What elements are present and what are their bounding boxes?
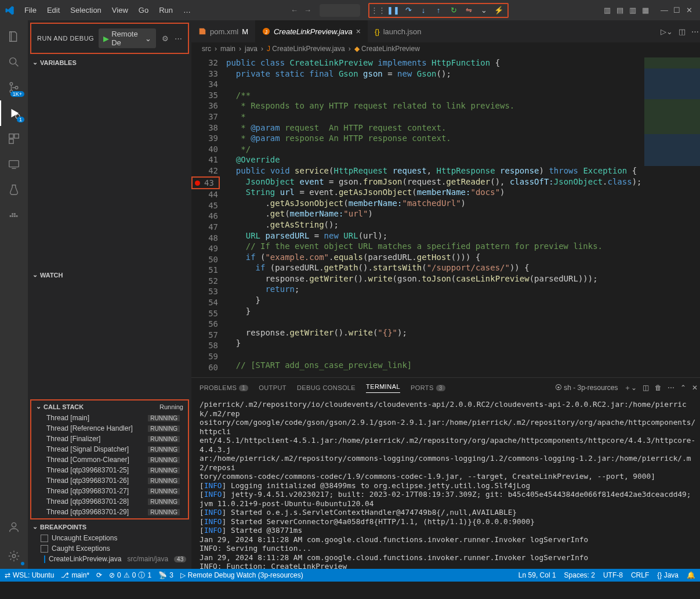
branch-indicator[interactable]: ⎇ main* [61,571,89,579]
pause-icon[interactable]: ❚❚ [388,5,398,16]
menu-file[interactable]: File [20,3,41,17]
menu-run[interactable]: Run [154,3,177,17]
search-icon[interactable] [0,49,28,75]
source-control-icon[interactable]: 1K+ [0,75,28,100]
debug-config-select[interactable]: ▶ Remote De ⌄ [99,28,156,48]
thread-row[interactable]: Thread [Common-Cleaner]RUNNING [34,454,186,465]
thread-row[interactable]: Thread [qtp399683701-29]RUNNING [34,507,186,517]
notifications-icon[interactable]: 🔔 [687,571,695,579]
panel-problems[interactable]: PROBLEMS1 [200,384,248,391]
bp-caught[interactable]: Caught Exceptions [28,543,191,554]
sync-indicator[interactable]: ⟳ [96,571,102,579]
breakpoints-section[interactable]: ⌄BREAKPOINTS [28,521,191,533]
code-editor[interactable]: public class CreateLinkPreview implement… [226,55,642,377]
checkbox[interactable] [41,535,48,542]
extensions-icon[interactable] [0,126,28,151]
more-icon[interactable]: ⋯ [175,34,182,43]
thread-row[interactable]: Thread [qtp399683701-28]RUNNING [34,496,186,507]
breadcrumb-segment[interactable]: src [202,45,211,53]
line-gutter[interactable]: 3233343536373839404142434445464748495051… [191,55,226,377]
thread-row[interactable]: Thread [qtp399683701-27]RUNNING [34,486,186,496]
close-tab-icon[interactable]: × [356,27,361,36]
step-into-icon[interactable]: ↓ [418,5,429,16]
minimize-icon[interactable]: — [661,6,670,15]
drag-handle-icon[interactable]: ⋮⋮ [373,5,383,16]
tab-createlinkpreview[interactable]: J CreateLinkPreview.java × [255,20,368,42]
new-terminal-icon[interactable]: ＋⌄ [624,383,637,393]
cursor-position[interactable]: Ln 59, Col 1 [518,571,556,579]
terminal-select[interactable]: ⦿ sh - 3p-resources [555,384,618,392]
explorer-icon[interactable] [0,24,28,49]
close-icon[interactable]: ✕ [686,6,695,15]
thread-row[interactable]: Thread [Reference Handler]RUNNING [34,423,186,434]
debug-session-status[interactable]: ▷ Remote Debug Watch (3p-resources) [180,571,303,579]
tab-pom[interactable]: pom.xml M [191,20,255,42]
more-editor-icon[interactable]: ⋯ [691,27,699,36]
panel-terminal[interactable]: TERMINAL [366,383,400,393]
testing-icon[interactable] [0,177,28,203]
bp-file-entry[interactable]: CreateLinkPreview.javasrc/main/java43 [28,554,191,564]
minimap[interactable] [642,55,700,377]
menu-selection[interactable]: Selection [66,3,106,17]
split-editor-icon[interactable]: ◫ [679,27,686,36]
split-terminal-icon[interactable]: ◫ [643,384,649,392]
run-editor-icon[interactable]: ▷⌄ [661,27,673,36]
menu-go[interactable]: Go [134,3,153,17]
breadcrumb-segment[interactable]: java [245,45,257,53]
step-over-icon[interactable]: ↷ [403,5,414,16]
menu-…[interactable]: … [179,3,195,17]
docker-icon[interactable] [0,203,28,228]
maximize-icon[interactable]: ☐ [673,6,683,15]
run-debug-icon[interactable]: 1 [0,100,28,126]
breadcrumb-segment[interactable]: ◆ CreateLinkPreview [354,45,420,53]
problems-indicator[interactable]: ⊘0 ⚠0 ⓘ1 [109,571,151,580]
thread-row[interactable]: Thread [qtp399683701-26]RUNNING [34,475,186,486]
chevron-down-icon[interactable]: ⌄ [478,5,489,16]
variables-section[interactable]: ⌄VARIABLES [28,56,191,68]
thread-row[interactable]: Thread [main]RUNNING [34,413,186,423]
checkbox[interactable] [41,545,48,553]
watch-section[interactable]: ⌄WATCH [28,269,191,281]
bp-uncaught[interactable]: Uncaught Exceptions [28,533,191,543]
thread-row[interactable]: Thread [qtp399683701-25]RUNNING [34,465,186,475]
layout-left-icon[interactable]: ▥ [604,6,613,15]
layout-right-icon[interactable]: ▥ [629,6,639,15]
eol[interactable]: CRLF [631,571,649,579]
command-center[interactable] [320,4,360,17]
remote-explorer-icon[interactable] [0,151,28,177]
ports-status[interactable]: 📡 3 [158,571,173,579]
settings-gear-icon[interactable] [0,543,28,569]
callstack-section[interactable]: ⌄ CALL STACK Running [31,400,188,413]
menu-edit[interactable]: Edit [42,3,64,17]
panel-debug-console[interactable]: DEBUG CONSOLE [297,384,356,391]
language-mode[interactable]: {} Java [657,571,679,579]
remote-indicator[interactable]: ⇄ WSL: Ubuntu [5,571,54,579]
accounts-icon[interactable] [0,514,28,540]
panel-output[interactable]: OUTPUT [259,384,286,391]
checkbox[interactable] [44,555,45,563]
gear-icon[interactable]: ⚙ [162,34,169,43]
close-panel-icon[interactable]: ✕ [692,384,698,392]
kill-terminal-icon[interactable]: 🗑 [655,384,662,392]
menu-view[interactable]: View [107,3,133,17]
thread-row[interactable]: Thread [Finalizer]RUNNING [34,434,186,444]
hot-reload-icon[interactable]: ⚡ [494,5,504,16]
thread-row[interactable]: Thread [Signal Dispatcher]RUNNING [34,444,186,454]
step-out-icon[interactable]: ↑ [433,5,444,16]
nav-forward-icon[interactable]: → [304,6,311,15]
tab-launch[interactable]: {} launch.json [368,20,428,42]
terminal-output[interactable]: /pierrick/.m2/repository/io/cloudevents/… [191,398,700,569]
breadcrumb[interactable]: src›main›java›J CreateLinkPreview.java›◆… [191,42,700,55]
start-debug-icon[interactable]: ▶ [103,34,109,43]
disconnect-icon[interactable]: ⇋ [463,5,474,16]
maximize-panel-icon[interactable]: ⌃ [680,384,686,392]
breadcrumb-segment[interactable]: main [220,45,235,53]
layout-bottom-icon[interactable]: ▤ [616,6,626,15]
panel-ports[interactable]: PORTS3 [411,384,445,391]
breadcrumb-segment[interactable]: J CreateLinkPreview.java [267,45,345,53]
restart-icon[interactable]: ↻ [448,5,459,16]
encoding[interactable]: UTF-8 [603,571,623,579]
indentation[interactable]: Spaces: 2 [564,571,595,579]
more-panel-icon[interactable]: ⋯ [668,384,674,392]
nav-back-icon[interactable]: ← [291,6,298,15]
